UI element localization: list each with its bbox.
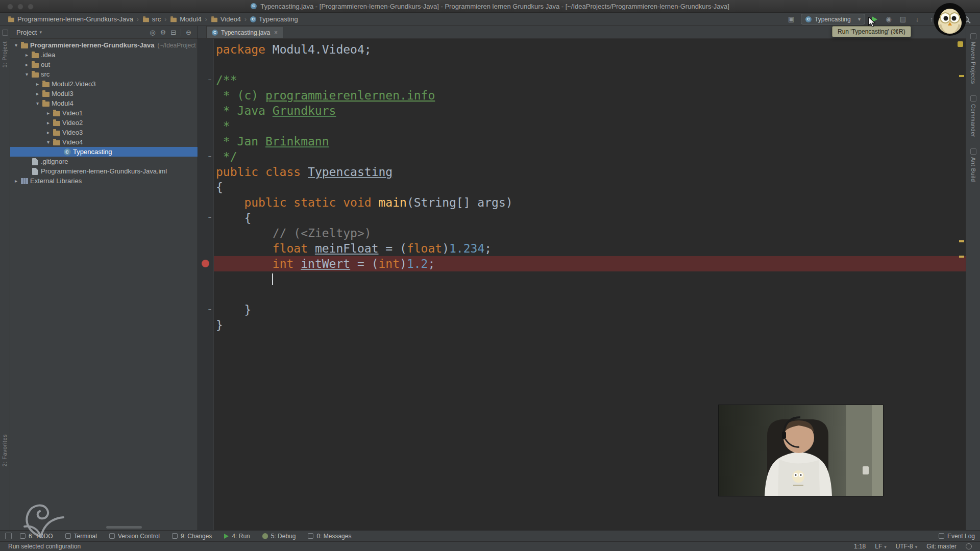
gutter-cell[interactable] — [198, 180, 213, 195]
chevron-right-icon[interactable]: ▸ — [23, 62, 31, 67]
breadcrumb-item[interactable]: Programmieren-lernen-Grundkurs-Java — [6, 15, 135, 23]
toolwindow-button-messages[interactable]: 0: Messages — [308, 533, 351, 540]
gutter-cell[interactable] — [198, 241, 213, 256]
gutter-cell[interactable] — [198, 256, 213, 271]
stripe-button-ant-build[interactable]: Ant Build — [970, 148, 976, 182]
run-button[interactable] — [872, 16, 877, 22]
chevron-down-icon[interactable]: ▾ — [23, 71, 31, 77]
run-configuration-select[interactable]: Typencasting ▾ — [801, 14, 865, 24]
gutter-cell[interactable]: − — [198, 149, 213, 164]
gutter-cell[interactable] — [198, 287, 213, 302]
tree-item[interactable]: ▸Modul2.Video3 — [10, 79, 198, 89]
code-line[interactable] — [214, 271, 966, 287]
toolwindow-button-version-control[interactable]: Version Control — [109, 533, 160, 540]
tree-item[interactable]: ▾src — [10, 69, 198, 79]
horizontal-scrollbar[interactable] — [106, 526, 142, 529]
chevron-right-icon[interactable]: ▸ — [44, 110, 52, 116]
editor-tab[interactable]: Typencasting.java × — [206, 26, 283, 38]
toolwindow-switcher-icon[interactable] — [5, 533, 12, 539]
tree-item[interactable]: Programmieren-lernen-Grundkurs-Java.iml — [10, 166, 198, 176]
settings-gear-icon[interactable]: ⚙ — [160, 29, 166, 36]
code-line[interactable]: public class Typencasting — [214, 164, 966, 180]
inspections-profile-icon[interactable] — [966, 543, 972, 549]
coverage-icon[interactable]: ▤ — [898, 15, 908, 24]
gutter-cell[interactable]: − — [198, 72, 213, 88]
gutter-cell[interactable] — [198, 134, 213, 149]
fold-marker-icon[interactable]: − — [207, 214, 213, 221]
window-split-icon[interactable]: ▣ — [787, 15, 796, 24]
hide-panel-icon[interactable]: ⊖ — [186, 29, 191, 36]
scroll-from-source-icon[interactable]: ◎ — [150, 29, 155, 36]
breadcrumb-item[interactable]: Modul4 — [168, 15, 203, 23]
code-line[interactable] — [214, 57, 966, 72]
gutter-cell[interactable] — [198, 164, 213, 180]
gutter-cell[interactable] — [198, 88, 213, 103]
tree-item[interactable]: ▾Video4 — [10, 137, 198, 147]
toolwindow-button-changes[interactable]: 9: Changes — [172, 533, 212, 540]
collapse-all-icon[interactable]: ⊟ — [170, 29, 176, 36]
fold-marker-icon[interactable]: − — [207, 306, 213, 313]
chevron-down-icon[interactable]: ▾ — [44, 139, 52, 145]
chevron-down-icon[interactable]: ▾ — [12, 42, 20, 48]
toolwindow-button-terminal[interactable]: Terminal — [65, 533, 97, 540]
project-panel-title[interactable]: Project ▾ — [16, 29, 42, 36]
minimize-window-button[interactable] — [17, 4, 23, 10]
toolwindow-button-run[interactable]: 4: Run — [224, 533, 250, 540]
tree-item[interactable]: ▾Modul4 — [10, 98, 198, 108]
tree-item[interactable]: ▸External Libraries — [10, 176, 198, 186]
chevron-right-icon[interactable]: ▸ — [12, 178, 20, 184]
breadcrumb-item[interactable]: Typencasting — [249, 15, 300, 23]
breadcrumb-item[interactable]: Video4 — [209, 15, 242, 23]
tree-item[interactable]: ▸.idea — [10, 50, 198, 60]
code-line[interactable]: } — [214, 302, 966, 317]
chevron-right-icon[interactable]: ▸ — [34, 91, 41, 96]
breadcrumb-item[interactable]: src — [141, 15, 162, 23]
code-line[interactable]: public static void main(String[] args) — [214, 195, 966, 210]
code-line[interactable]: * Java Grundkurs — [214, 103, 966, 118]
close-window-button[interactable] — [7, 4, 13, 10]
inspection-indicator-icon[interactable] — [958, 41, 963, 47]
vcs-update-icon[interactable]: ↓ — [913, 15, 922, 24]
chevron-right-icon[interactable]: ▸ — [44, 120, 52, 126]
chevron-right-icon[interactable]: ▸ — [23, 52, 31, 58]
code-line[interactable]: /** — [214, 72, 966, 88]
warning-stripe-mark[interactable] — [959, 256, 964, 258]
stripe-button-commander[interactable]: Commander — [970, 95, 976, 137]
code-line[interactable]: int intWert = (int)1.2; — [214, 256, 966, 271]
caret-position-widget[interactable]: 1:18 — [854, 543, 866, 550]
code-line[interactable]: { — [214, 210, 966, 226]
debug-icon[interactable]: ◉ — [884, 15, 893, 24]
warning-stripe-mark[interactable] — [959, 75, 964, 77]
code-line[interactable]: * (c) programmierenlernen.info — [214, 88, 966, 103]
toolwindow-button-todo[interactable]: 6: TODO — [20, 533, 53, 540]
code-line[interactable]: * — [214, 118, 966, 134]
gutter-cell[interactable] — [198, 118, 213, 134]
gutter-cell[interactable] — [198, 57, 213, 72]
tree-item[interactable]: ▸Video1 — [10, 108, 198, 118]
breakpoint-icon[interactable] — [202, 260, 209, 267]
fold-marker-icon[interactable]: − — [207, 153, 213, 160]
code-line[interactable]: // (<Zieltyp>) — [214, 226, 966, 241]
stripe-button-maven-projects[interactable]: Maven Projects — [970, 33, 976, 84]
tree-item[interactable]: ▸Video3 — [10, 128, 198, 137]
gutter-cell[interactable] — [198, 317, 213, 333]
gutter-cell[interactable]: − — [198, 210, 213, 226]
toolwindow-button-event-log[interactable]: Event Log — [939, 533, 975, 540]
stripe-button-favorites[interactable]: 2: Favorites — [2, 434, 8, 466]
code-line[interactable] — [214, 287, 966, 302]
tree-item[interactable]: ▸out — [10, 60, 198, 69]
tree-item[interactable]: .gitignore — [10, 157, 198, 166]
stripe-button-project[interactable]: 1: Project — [2, 41, 8, 67]
gutter-cell[interactable] — [198, 271, 213, 287]
gutter-cell[interactable] — [198, 226, 213, 241]
code-line[interactable]: float meinFloat = (float)1.234; — [214, 241, 966, 256]
close-tab-icon[interactable]: × — [274, 29, 278, 36]
chevron-right-icon[interactable]: ▸ — [34, 81, 41, 87]
zoom-window-button[interactable] — [28, 4, 34, 10]
code-line[interactable]: } — [214, 317, 966, 333]
chevron-right-icon[interactable]: ▸ — [44, 130, 52, 135]
tree-item[interactable]: ▸Modul3 — [10, 89, 198, 98]
tree-item[interactable]: ▸Video2 — [10, 118, 198, 128]
gutter-cell[interactable]: − — [198, 302, 213, 317]
code-line[interactable]: { — [214, 180, 966, 195]
